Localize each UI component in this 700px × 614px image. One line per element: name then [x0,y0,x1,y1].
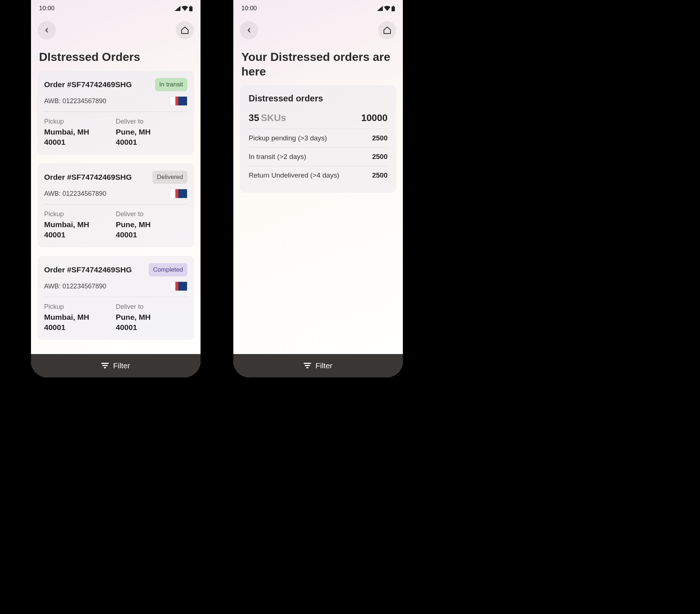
summary-item-label: Return Undelivered (>4 days) [249,171,339,179]
status-bar: 10:00 [233,0,403,14]
summary-total: 10000 [361,112,388,124]
pickup-pin: 40001 [44,138,116,147]
deliver-city: Pune, MH [116,128,188,136]
page-title: Your Distressed orders are here [233,43,403,85]
pickup-city: Mumbai, MH [44,220,116,229]
deliver-pin: 40001 [116,323,188,332]
awb-number: AWB: 012234567890 [44,97,106,105]
svg-rect-7 [304,363,311,364]
deliver-label: Deliver to [116,303,188,311]
battery-icon [189,6,192,11]
courier-logo [170,96,187,106]
back-button[interactable] [38,21,56,39]
pickup-city: Mumbai, MH [44,313,116,322]
pickup-pin: 40001 [44,323,116,332]
status-badge: Delivered [152,171,187,184]
svg-rect-4 [104,367,106,368]
status-time: 10:00 [39,5,55,12]
home-icon [180,26,189,35]
pickup-city: Mumbai, MH [44,128,116,136]
svg-rect-9 [306,367,308,368]
order-card[interactable]: Order #SF74742469SHG Delivered AWB: 0122… [38,163,194,247]
status-time: 10:00 [241,5,257,12]
summary-heading: Distressed orders [249,93,388,104]
cellular-icon [175,6,180,11]
awb-number: AWB: 012234567890 [44,283,106,290]
summary-row[interactable]: Return Undelivered (>4 days) 2500 [249,166,388,184]
home-button[interactable] [378,21,396,39]
summary-item-value: 2500 [372,171,388,179]
summary-item-value: 2500 [372,134,388,142]
courier-logo [170,189,187,198]
wifi-icon [182,6,188,11]
svg-rect-0 [189,7,192,11]
deliver-city: Pune, MH [116,313,188,322]
summary-sku-row: 35 SKUs 10000 [249,107,388,129]
chevron-left-icon [245,27,253,34]
pickup-pin: 40001 [44,230,116,239]
summary-item-label: In transit (>2 days) [249,153,306,161]
sku-count: 35 [249,112,259,123]
filter-icon [304,363,311,369]
pickup-label: Pickup [44,303,116,311]
order-card[interactable]: Order #SF74742469SHG In transit AWB: 012… [38,71,194,155]
nav-bar [31,14,201,43]
pickup-label: Pickup [44,118,116,125]
pickup-label: Pickup [44,210,116,218]
svg-rect-1 [190,6,191,7]
svg-rect-5 [392,7,395,11]
filter-icon [101,363,109,369]
deliver-label: Deliver to [116,210,188,218]
courier-logo [170,281,187,291]
svg-rect-3 [102,365,108,366]
phone-screen-1: 10:00 DIstressed Orders Order #SF7474246… [31,0,201,377]
home-icon [383,26,392,35]
filter-button[interactable]: Filter [233,354,403,377]
deliver-label: Deliver to [116,118,188,125]
deliver-city: Pune, MH [116,220,188,229]
summary-row[interactable]: Pickup pending (>3 days) 2500 [249,129,388,148]
home-button[interactable] [176,21,194,39]
wifi-icon [384,6,390,11]
battery-icon [392,6,395,11]
status-bar: 10:00 [31,0,201,14]
summary-content: Distressed orders 35 SKUs 10000 Pickup p… [233,85,403,377]
summary-item-value: 2500 [372,153,388,161]
summary-row[interactable]: In transit (>2 days) 2500 [249,148,388,166]
order-card[interactable]: Order #SF74742469SHG Completed AWB: 0122… [38,256,194,340]
svg-rect-6 [393,6,394,7]
deliver-pin: 40001 [116,138,188,147]
filter-button[interactable]: Filter [31,354,201,377]
cellular-icon [377,6,383,11]
status-badge: Completed [149,263,187,276]
status-badge: In transit [155,78,187,91]
nav-bar [233,14,403,43]
sku-label: SKUs [261,112,286,123]
summary-item-label: Pickup pending (>3 days) [249,134,327,142]
svg-rect-8 [305,365,310,366]
back-button[interactable] [240,21,258,39]
status-icons [377,6,395,11]
page-title: DIstressed Orders [31,43,201,71]
svg-rect-2 [101,363,109,364]
chevron-left-icon [43,27,50,34]
filter-label: Filter [113,361,130,370]
phone-screen-2: 10:00 Your Distressed orders are here Di… [233,0,403,377]
summary-card[interactable]: Distressed orders 35 SKUs 10000 Pickup p… [240,85,396,193]
awb-number: AWB: 012234567890 [44,190,106,198]
deliver-pin: 40001 [116,230,188,239]
order-id: Order #SF74742469SHG [44,265,132,274]
filter-label: Filter [315,361,332,370]
status-icons [175,6,192,11]
order-id: Order #SF74742469SHG [44,80,132,89]
orders-list[interactable]: Order #SF74742469SHG In transit AWB: 012… [31,71,201,377]
order-id: Order #SF74742469SHG [44,173,132,182]
